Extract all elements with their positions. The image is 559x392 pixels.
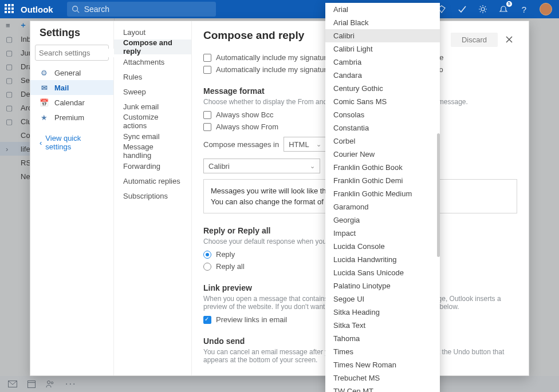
settings-sub-customize-actions[interactable]: Customize actions xyxy=(114,114,191,129)
view-quick-settings-link[interactable]: ‹ View quick settings xyxy=(30,134,113,151)
font-option[interactable]: Georgia xyxy=(325,213,440,227)
settings-sub-subscriptions[interactable]: Subscriptions xyxy=(114,188,191,203)
settings-sub-junk-email[interactable]: Junk email xyxy=(114,99,191,114)
radio-icon xyxy=(203,263,211,271)
global-search[interactable] xyxy=(67,2,216,17)
font-option[interactable]: Calibri Light xyxy=(325,42,440,56)
font-option[interactable]: Arial xyxy=(325,3,440,16)
quick-settings-label: View quick settings xyxy=(45,134,104,151)
settings-sub-compose-and-reply[interactable]: Compose and reply xyxy=(114,39,191,54)
font-option[interactable]: Sitka Heading xyxy=(325,306,440,319)
chevron-left-icon: ‹ xyxy=(40,138,42,147)
discard-button[interactable]: Discard xyxy=(451,33,498,47)
font-option[interactable]: Garamond xyxy=(325,200,440,213)
radio-label: Reply xyxy=(216,250,235,259)
font-option[interactable]: Arial Black xyxy=(325,16,440,29)
category-icon: 📅 xyxy=(40,98,49,107)
settings-sub-automatic-replies[interactable]: Automatic replies xyxy=(114,173,191,188)
font-option[interactable]: Franklin Gothic Demi xyxy=(325,174,440,187)
svg-point-3 xyxy=(481,7,485,11)
avatar[interactable] xyxy=(540,3,552,15)
font-option[interactable]: Corbel xyxy=(325,134,440,148)
checkbox-label: Preview links in email xyxy=(216,315,287,324)
select-value: Calibri xyxy=(208,162,230,171)
font-option[interactable]: Sitka Text xyxy=(325,319,440,332)
font-option[interactable]: Times New Roman xyxy=(325,358,440,371)
font-option[interactable]: TW Cen MT xyxy=(325,385,440,392)
dropdown-scrollbar[interactable] xyxy=(437,133,440,257)
app-topbar: Outlook 5 ? xyxy=(0,0,559,18)
category-label: Calendar xyxy=(54,98,85,107)
font-option[interactable]: Impact xyxy=(325,227,440,240)
checkbox-icon xyxy=(203,123,211,131)
settings-sub-sync-email[interactable]: Sync email xyxy=(114,129,191,144)
settings-category-mail[interactable]: ✉Mail xyxy=(30,80,113,95)
font-option[interactable]: Cambria xyxy=(325,56,440,69)
gear-icon[interactable] xyxy=(478,4,488,14)
checkbox-icon xyxy=(203,111,211,119)
checkbox-icon xyxy=(203,316,211,324)
compose-format-select[interactable]: HTML ⌄ xyxy=(284,137,326,152)
font-option[interactable]: Segoe UI xyxy=(325,292,440,306)
checkbox-label: Always show From xyxy=(216,122,278,131)
checkbox-label: Always show Bcc xyxy=(216,110,273,119)
app-brand: Outlook xyxy=(21,5,53,14)
settings-sub-layout[interactable]: Layout xyxy=(114,25,191,39)
compose-label-prefix: Compose messages in xyxy=(203,140,279,149)
checkbox-icon xyxy=(203,54,211,62)
font-option[interactable]: Calibri xyxy=(325,29,440,42)
settings-sub-forwarding[interactable]: Forwarding xyxy=(114,159,191,173)
settings-sub-message-handling[interactable]: Message handling xyxy=(114,144,191,159)
font-option[interactable]: Times xyxy=(325,345,440,358)
category-label: Premium xyxy=(54,113,84,122)
font-option[interactable]: Lucida Sans Unicode xyxy=(325,266,440,279)
font-option[interactable]: Palatino Linotype xyxy=(325,279,440,292)
app-launcher-icon[interactable] xyxy=(5,4,15,14)
font-dropdown[interactable]: ArialArial BlackCalibriCalibri LightCamb… xyxy=(325,3,440,392)
font-option[interactable]: Lucida Console xyxy=(325,240,440,253)
category-icon: ⚙ xyxy=(40,69,49,77)
font-option[interactable]: Trebuchet MS xyxy=(325,371,440,385)
settings-sub-rules[interactable]: Rules xyxy=(114,69,191,84)
checkbox-icon xyxy=(203,66,211,74)
font-option[interactable]: Consolas xyxy=(325,108,440,121)
close-button[interactable] xyxy=(501,31,517,47)
font-option[interactable]: Tahoma xyxy=(325,332,440,345)
radio-icon xyxy=(203,251,211,259)
checkmark-icon[interactable] xyxy=(457,4,467,14)
font-option[interactable]: Candara xyxy=(325,69,440,82)
font-option[interactable]: Franklin Gothic Book xyxy=(325,161,440,174)
svg-line-1 xyxy=(77,11,79,13)
font-option[interactable]: Lucida Handwriting xyxy=(325,253,440,266)
font-option[interactable]: Courier New xyxy=(325,148,440,161)
help-icon[interactable]: ? xyxy=(519,4,529,14)
font-option[interactable]: Comic Sans MS xyxy=(325,95,440,108)
font-option[interactable]: Century Gothic xyxy=(325,82,440,95)
settings-category-premium[interactable]: ★Premium xyxy=(30,110,113,125)
chevron-down-icon: ⌄ xyxy=(310,163,315,170)
global-search-input[interactable] xyxy=(84,5,211,14)
svg-point-0 xyxy=(72,6,77,11)
settings-category-nav: Settings ⚙General✉Mail📅Calendar★Premium … xyxy=(30,21,114,375)
settings-category-calendar[interactable]: 📅Calendar xyxy=(30,95,113,110)
category-label: General xyxy=(54,69,81,77)
settings-sub-attachments[interactable]: Attachments xyxy=(114,54,191,69)
font-family-select[interactable]: Calibri ⌄ xyxy=(203,159,320,173)
settings-sub-sweep[interactable]: Sweep xyxy=(114,84,191,99)
category-icon: ✉ xyxy=(40,84,49,92)
chevron-down-icon: ⌄ xyxy=(316,141,321,148)
settings-subnav: LayoutCompose and replyAttachmentsRulesS… xyxy=(114,21,192,375)
radio-label: Reply all xyxy=(216,262,245,271)
font-option[interactable]: Franklin Gothic Medium xyxy=(325,187,440,200)
search-icon xyxy=(72,5,80,13)
page-title: Compose and reply xyxy=(203,29,304,42)
top-actions: 5 ? xyxy=(436,3,554,15)
category-icon: ★ xyxy=(40,113,49,122)
dialog-title: Settings xyxy=(30,27,113,45)
category-label: Mail xyxy=(54,84,69,92)
settings-search[interactable] xyxy=(35,45,109,61)
font-option[interactable]: Constantia xyxy=(325,121,440,134)
bell-icon[interactable]: 5 xyxy=(498,4,509,14)
notification-badge: 5 xyxy=(506,1,512,7)
settings-category-general[interactable]: ⚙General xyxy=(30,65,113,80)
